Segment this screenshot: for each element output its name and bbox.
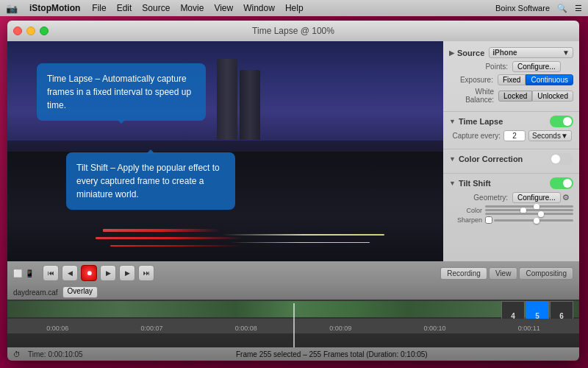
timeline-area: daydream.caf Overlay 4 5 6 0:00:06 0:00:… (7, 285, 579, 347)
color-slider-3[interactable] (485, 213, 573, 215)
color-arrow: ▼ (449, 155, 456, 163)
color-correction-header[interactable]: ▼ Color Correction (449, 153, 573, 165)
tab-compositing[interactable]: Compositing (519, 267, 573, 280)
playhead[interactable] (293, 303, 295, 347)
wb-label: White Balance: (449, 88, 494, 104)
wb-unlocked[interactable]: Unlocked (532, 91, 573, 102)
titlebar: Time Lapse @ 100% (7, 21, 579, 41)
tick-1: 0:00:06 (10, 325, 104, 332)
exposure-fixed[interactable]: Fixed (498, 74, 526, 85)
source-section: ▶ Source iPhone ▼ Points: Configure... E… (443, 46, 579, 107)
sharpen-controls (485, 216, 573, 224)
divider3 (443, 173, 579, 174)
tick-end: 0:00:11 (482, 325, 576, 332)
configure-points-button[interactable]: Configure... (512, 61, 561, 72)
exposure-radio: Fixed Continuous (498, 74, 573, 85)
tab-view[interactable]: View (489, 267, 518, 280)
configure-geometry-button[interactable]: Configure... (512, 192, 561, 203)
color-slider-row: Color (449, 205, 573, 215)
play-button[interactable]: ▶ (100, 265, 116, 281)
exposure-continuous[interactable]: Continuous (526, 74, 573, 85)
source-header[interactable]: ▶ Source iPhone ▼ (449, 47, 573, 58)
traffic-lights (13, 26, 49, 35)
color-slider-label: Color (449, 207, 482, 214)
tick-4: 0:00:09 (293, 325, 387, 332)
tilt-shift-label: Tilt Shift (459, 179, 491, 188)
video-area: Time Lapse – Automatically capture frame… (7, 41, 443, 261)
tilt-shift-section: ▼ Tilt Shift Geometry: Configure... ⚙ Co… (443, 176, 579, 227)
color-correction-toggle[interactable] (550, 153, 573, 165)
view-tabs: Recording View Compositing (440, 267, 573, 280)
status-frame-info: Frame 255 selected – 255 Frames total (D… (90, 350, 573, 358)
gear-icon[interactable]: ⚙ (562, 193, 570, 202)
menu-edit[interactable]: Edit (117, 3, 132, 13)
divider1 (443, 111, 579, 112)
points-label: Points: (449, 63, 508, 71)
building2 (240, 70, 260, 140)
buildings (217, 59, 260, 140)
overlay-select[interactable]: Overlay (62, 286, 98, 298)
sharpen-slider-row: Sharpen (449, 216, 573, 224)
trail-red1 (96, 237, 243, 239)
trail-white1 (223, 234, 384, 236)
capture-row: Capture every: 2 Seconds ▼ (449, 130, 573, 141)
monitor-icon: ⬜ (13, 269, 22, 277)
close-button[interactable] (13, 26, 22, 35)
color-slider-1[interactable] (485, 205, 573, 208)
menu-movie[interactable]: Movie (180, 3, 204, 13)
tick-5: 0:00:10 (387, 325, 481, 332)
timelapse-header[interactable]: ▼ Time Lapse (449, 116, 573, 127)
capture-unit-select[interactable]: Seconds ▼ (528, 130, 572, 141)
maximize-button[interactable] (40, 26, 49, 35)
tilt-shift-header[interactable]: ▼ Tilt Shift (449, 177, 573, 189)
wb-radio: Locked Unlocked (498, 91, 573, 102)
source-device-select[interactable]: iPhone ▼ (489, 47, 573, 58)
menu-view[interactable]: View (214, 3, 233, 13)
building1 (217, 59, 237, 140)
menu-items: File Edit Source Movie View Window Help (92, 3, 303, 13)
app-name[interactable]: iStopMotion (29, 3, 80, 13)
menu-icon[interactable]: ☰ (575, 4, 582, 13)
exposure-label: Exposure: (449, 76, 493, 84)
tooltip-tiltshift: Tilt Shift – Apply the popular effect to… (66, 152, 235, 210)
step-back-button[interactable]: ◀ (62, 265, 78, 281)
trail-red2 (110, 245, 243, 247)
tilt-shift-toggle[interactable] (550, 177, 573, 189)
timeline-header: daydream.caf Overlay (7, 285, 579, 300)
menu-window[interactable]: Window (243, 3, 275, 13)
color-slider-2[interactable] (485, 209, 573, 211)
menubar: 📷 iStopMotion File Edit Source Movie Vie… (0, 0, 588, 16)
menu-file[interactable]: File (92, 3, 106, 13)
minimize-button[interactable] (26, 26, 35, 35)
skip-back-button[interactable]: ⏮ (43, 265, 59, 281)
wb-locked[interactable]: Locked (498, 91, 532, 102)
tooltip-tiltshift-text: Tilt Shift – Apply the popular effect to… (76, 163, 220, 199)
search-icon[interactable]: 🔍 (557, 4, 567, 13)
sharpen-checkbox[interactable] (485, 216, 492, 224)
menu-help[interactable]: Help (285, 3, 304, 13)
tooltip-timelapse-text: Time Lapse – Automatically capture frame… (47, 74, 191, 110)
transport-toolbar: ⬜ 📱 ⏮ ◀ ⏺ ▶ ▶ ⏭ Recording View Compositi… (7, 261, 579, 285)
tab-recording[interactable]: Recording (440, 267, 487, 280)
points-row: Points: Configure... (449, 61, 573, 72)
status-time: Time: 0:00:10:05 (28, 350, 83, 358)
source-arrow: ▶ (449, 49, 454, 57)
step-forward-button[interactable]: ▶ (119, 265, 135, 281)
right-panel: ▶ Source iPhone ▼ Points: Configure... E… (443, 41, 579, 261)
timelapse-toggle[interactable] (550, 116, 573, 127)
timelapse-arrow: ▼ (449, 118, 456, 125)
sharpen-slider-label: Sharpen (449, 216, 482, 224)
sharpen-slider[interactable] (494, 219, 573, 222)
timelapse-section: ▼ Time Lapse Capture every: 2 Seconds ▼ (443, 114, 579, 145)
wb-row: White Balance: Locked Unlocked (449, 88, 573, 104)
main-window: Time Lapse @ 100% (7, 21, 579, 361)
trail-white2 (230, 242, 370, 243)
content-area: Time Lapse – Automatically capture frame… (7, 41, 579, 261)
tooltip-timelapse: Time Lapse – Automatically capture frame… (37, 63, 206, 121)
skip-forward-button[interactable]: ⏭ (138, 265, 154, 281)
record-button[interactable]: ⏺ (81, 265, 97, 281)
menu-source[interactable]: Source (142, 3, 170, 13)
capture-value[interactable]: 2 (503, 130, 526, 141)
timelapse-label: Time Lapse (459, 117, 503, 126)
status-bar: ⏱ Time: 0:00:10:05 Frame 255 selected – … (7, 347, 579, 361)
